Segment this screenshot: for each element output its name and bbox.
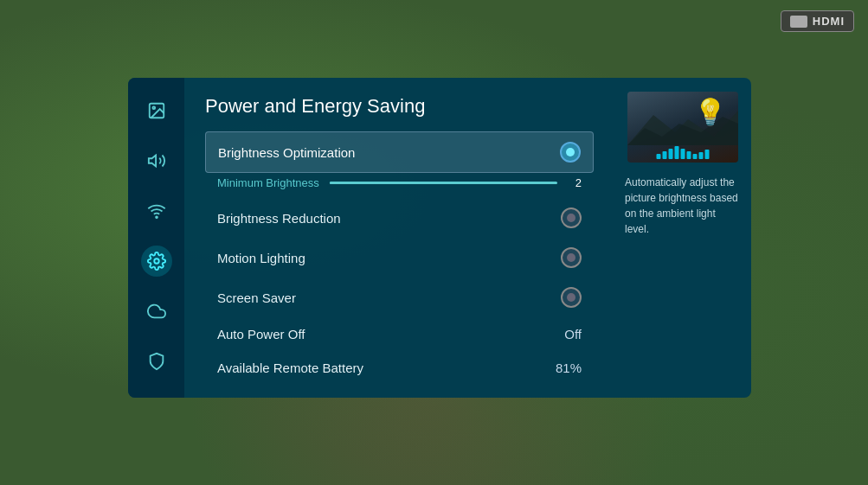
menu-item-auto-power-off[interactable]: Auto Power Off Off <box>205 317 594 351</box>
preview-image: 💡 <box>627 92 738 163</box>
remote-battery-value: 81% <box>556 361 582 375</box>
minimum-brightness-label: Minimum Brightness <box>217 176 319 189</box>
menu-item-remote-battery[interactable]: Available Remote Battery 81% <box>205 351 594 385</box>
brightness-reduction-label: Brightness Reduction <box>217 211 341 226</box>
preview-bar <box>669 149 673 159</box>
minimum-brightness-value: 2 <box>568 176 582 189</box>
preview-bars <box>657 146 710 159</box>
preview-bar <box>687 151 691 159</box>
brightness-slider-fill <box>330 182 376 184</box>
description-text: Automatically adjust the picture brightn… <box>625 175 741 237</box>
hdmi-badge: HDMI <box>781 10 854 32</box>
brightness-optimization-label: Brightness Optimization <box>218 145 355 160</box>
remote-battery-label: Available Remote Battery <box>217 361 363 375</box>
content-area: Power and Energy Saving Brightness Optim… <box>184 78 614 398</box>
motion-lighting-label: Motion Lighting <box>217 251 305 265</box>
minimum-brightness-row: Minimum Brightness 2 <box>205 173 594 198</box>
menu-item-motion-lighting[interactable]: Motion Lighting <box>205 238 594 278</box>
toggle-inner-3 <box>567 253 575 262</box>
svg-point-4 <box>154 258 159 264</box>
toggle-inner-2 <box>567 214 575 222</box>
preview-bar <box>681 149 685 159</box>
brightness-optimization-toggle[interactable] <box>560 142 581 163</box>
sidebar-icon-connectivity[interactable] <box>141 195 172 227</box>
brightness-slider-track[interactable] <box>330 182 557 184</box>
bulb-icon: 💡 <box>694 97 726 127</box>
sidebar-icon-sound[interactable] <box>141 145 172 176</box>
toggle-inner <box>566 148 575 156</box>
panel-title: Power and Energy Saving <box>205 95 594 118</box>
brightness-reduction-toggle[interactable] <box>561 207 582 228</box>
hdmi-label: HDMI <box>813 15 845 28</box>
svg-point-3 <box>156 216 158 218</box>
sidebar-icon-picture[interactable] <box>141 95 172 126</box>
svg-point-1 <box>152 106 155 109</box>
right-panel: 💡 Automatically adjust the picture brigh… <box>614 78 751 398</box>
menu-item-brightness-reduction[interactable]: Brightness Reduction <box>205 198 594 238</box>
screen-saver-toggle[interactable] <box>561 287 582 308</box>
menu-item-brightness-optimization[interactable]: Brightness Optimization <box>205 131 594 173</box>
preview-bar <box>663 151 667 159</box>
toggle-inner-4 <box>567 293 575 302</box>
hdmi-icon <box>790 16 807 28</box>
svg-marker-2 <box>148 156 155 167</box>
preview-bar <box>693 154 698 159</box>
auto-power-off-label: Auto Power Off <box>217 327 305 341</box>
preview-bar <box>705 150 710 159</box>
sidebar-icon-settings[interactable] <box>141 246 172 277</box>
preview-bar <box>657 154 661 159</box>
menu-list: Brightness Optimization Minimum Brightne… <box>205 131 594 385</box>
preview-bar <box>675 146 679 159</box>
screen-saver-label: Screen Saver <box>217 290 296 305</box>
preview-bar <box>699 152 704 159</box>
menu-item-screen-saver[interactable]: Screen Saver <box>205 278 594 317</box>
auto-power-off-value: Off <box>564 327 582 341</box>
motion-lighting-toggle[interactable] <box>561 247 582 268</box>
settings-panel: Power and Energy Saving Brightness Optim… <box>128 78 751 398</box>
sidebar <box>128 78 184 398</box>
sidebar-icon-security[interactable] <box>141 346 172 377</box>
sidebar-icon-cloud[interactable] <box>141 296 172 327</box>
